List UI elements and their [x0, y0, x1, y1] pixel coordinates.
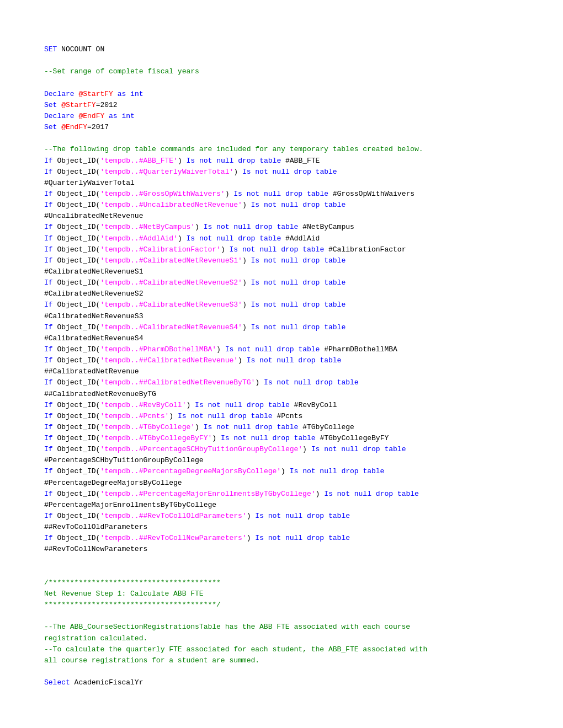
string-5: 'tempdb..#NetByCampus' [100, 223, 195, 231]
keyword-drop-14: drop [316, 378, 333, 387]
if-14: If [44, 378, 53, 387]
keyword-null-18: null [251, 434, 268, 442]
keyword-not-8: not [264, 256, 277, 265]
keyword-null-17: null [233, 423, 251, 431]
keyword-is-19: Is [311, 445, 320, 453]
keyword-null-9: null [281, 279, 298, 287]
keyword-null-10: null [281, 301, 298, 309]
keyword-not-19: not [324, 445, 337, 453]
keyword-not-6: not [199, 234, 212, 243]
string-9: 'tempdb..#CalibratedNetRevenueS2' [100, 279, 242, 287]
string-23: 'tempdb..##RevToCollNewParameters' [100, 534, 246, 542]
if-16: If [44, 412, 53, 420]
keyword-drop-9: drop [302, 279, 320, 287]
keyword-null-11: null [281, 323, 298, 331]
keyword-not-22: not [268, 512, 281, 520]
keyword-table-11: table [324, 323, 346, 331]
keyword-null-16: null [208, 412, 225, 420]
keyword-is-10: Is [251, 301, 260, 309]
comment-summed: all course registrations for a student a… [44, 656, 259, 665]
keyword-table-6: table [259, 234, 281, 243]
keyword-null-14: null [294, 378, 311, 387]
keyword-is-17: Is [204, 423, 213, 431]
comment-drop-tables: --The following drop table commands are … [44, 145, 423, 153]
keyword-not-15: not [208, 401, 221, 409]
keyword-not-14: not [277, 378, 289, 387]
keyword-set-2: Set [44, 101, 57, 109]
keyword-not-23: not [268, 534, 281, 542]
code-editor: SET NOCOUNT ON --Set range of complete f… [44, 33, 530, 688]
string-18: 'tempdb..#TGbyCollegeByFY' [100, 434, 212, 442]
keyword-not-18: not [233, 434, 246, 442]
keyword-drop-19: drop [363, 445, 380, 453]
string-10: 'tempdb..#CalibratedNetRevenueS3' [100, 301, 242, 309]
keyword-table-12: table [298, 345, 320, 354]
keyword-drop-1: drop [238, 157, 255, 165]
keyword-not-4: not [264, 201, 277, 209]
keyword-is-4: Is [251, 201, 260, 209]
keyword-not-5: not [216, 223, 229, 231]
keyword-table-17: table [277, 423, 298, 431]
keyword-drop-23: drop [307, 534, 324, 542]
keyword-declare-1: Declare [44, 90, 75, 98]
keyword-is-6: Is [186, 234, 195, 243]
keyword-is-5: Is [204, 223, 213, 231]
keyword-not-21: not [337, 490, 350, 498]
if-20: If [44, 467, 53, 475]
keyword-is-8: Is [251, 256, 260, 265]
keyword-not-10: not [264, 301, 277, 309]
keyword-null-4: null [281, 201, 298, 209]
if-4: If [44, 201, 53, 209]
string-4: 'tempdb..#UncalibratedNetRevenue' [100, 201, 242, 209]
keyword-drop-16: drop [230, 412, 247, 420]
comment-abb-course: --The ABB_CourseSectionRegistrationsTabl… [44, 623, 410, 631]
keyword-table-10: table [324, 301, 346, 309]
keyword-is-7: Is [229, 245, 238, 254]
string-7: 'tempdb..#CalibrationFactor' [100, 245, 220, 254]
keyword-null-2: null [273, 168, 290, 176]
string-3: 'tempdb..#GrossOpWithWaivers' [100, 190, 225, 198]
if-8: If [44, 256, 53, 265]
string-17: 'tempdb..#TGbyCollege' [100, 423, 195, 431]
keyword-table-3: table [307, 190, 328, 198]
keyword-drop-4: drop [302, 201, 320, 209]
keyword-not-1: not [199, 157, 212, 165]
string-1: 'tempdb..#ABB_FTE' [100, 157, 177, 165]
keyword-is-9: Is [251, 279, 260, 287]
keyword-select-1: Select [44, 678, 70, 687]
keyword-not-3: not [247, 190, 259, 198]
keyword-drop-20: drop [341, 467, 358, 475]
comment-range: --Set range of complete fiscal years [44, 67, 199, 76]
keyword-table-23: table [328, 534, 350, 542]
if-7: If [44, 245, 53, 254]
keyword-table-9: table [324, 279, 346, 287]
keyword-table-1: table [259, 157, 281, 165]
keyword-table-15: table [268, 401, 290, 409]
keyword-null-15: null [225, 401, 242, 409]
keyword-table-2: table [316, 168, 337, 176]
string-14: 'tempdb..##CalibratedNetRevenueByTG' [100, 378, 255, 387]
if-11: If [44, 323, 53, 331]
comment-section-start: /***************************************… [44, 579, 221, 587]
if-17: If [44, 423, 53, 431]
keyword-null-1: null [216, 157, 233, 165]
comment-registration: registration calculated. [44, 634, 147, 643]
if-19: If [44, 445, 53, 453]
keyword-drop-18: drop [273, 434, 290, 442]
keyword-null-5: null [233, 223, 251, 231]
keyword-table-7: table [302, 245, 324, 254]
keyword-is-2: Is [242, 168, 251, 176]
keyword-table-21: table [397, 490, 419, 498]
if-9: If [44, 279, 53, 287]
keyword-not-7: not [242, 245, 255, 254]
keyword-is-14: Is [264, 378, 273, 387]
keyword-null-21: null [354, 490, 371, 498]
keyword-null-3: null [264, 190, 281, 198]
keyword-table-8: table [324, 256, 346, 265]
keyword-is-12: Is [225, 345, 234, 354]
keyword-is-20: Is [290, 467, 299, 475]
keyword-is-11: Is [251, 323, 260, 331]
keyword-null-12: null [255, 345, 272, 354]
string-8: 'tempdb..#CalibratedNetRevenueS1' [100, 256, 242, 265]
keyword-null-7: null [259, 245, 277, 254]
